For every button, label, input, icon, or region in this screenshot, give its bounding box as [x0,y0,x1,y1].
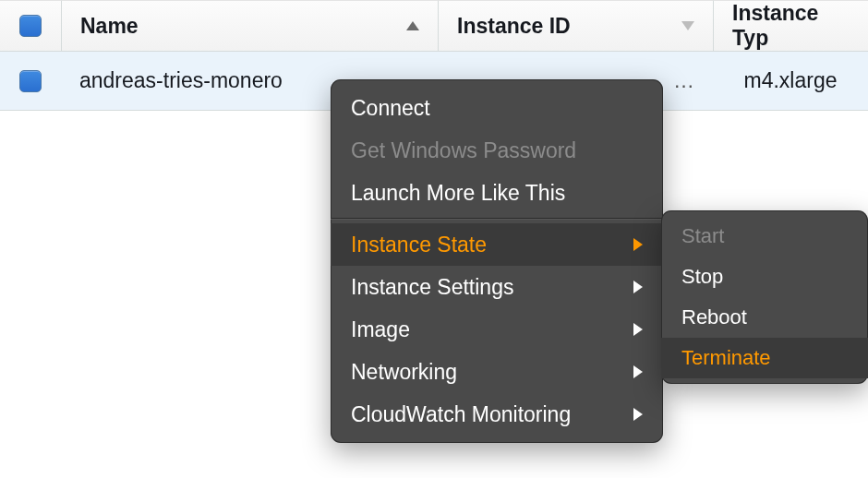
instance-state-submenu: Start Stop Reboot Terminate [661,210,868,384]
menu-item-label: CloudWatch Monitoring [351,402,571,427]
menu-item-image[interactable]: Image [331,308,663,351]
menu-separator [331,218,663,220]
row-checkbox[interactable] [19,70,42,92]
submenu-item-reboot[interactable]: Reboot [661,297,868,338]
menu-item-label: Instance State [351,233,487,257]
submenu-item-terminate[interactable]: Terminate [661,338,868,378]
context-menu: Connect Get Windows Password Launch More… [331,79,663,443]
menu-item-label: Reboot [681,305,747,329]
svg-marker-4 [633,323,643,336]
truncation-ellipsis: … [673,68,694,92]
menu-item-launch-more[interactable]: Launch More Like This [331,172,663,214]
column-header-select[interactable] [0,0,61,52]
column-header-label: Instance ID [457,14,571,39]
svg-marker-5 [633,365,643,378]
select-all-checkbox[interactable] [19,15,42,37]
column-header-name[interactable]: Name [61,0,438,52]
menu-item-label: Image [351,317,410,342]
submenu-arrow-icon [633,323,643,336]
svg-marker-3 [633,281,643,293]
submenu-arrow-icon [633,365,643,378]
menu-item-label: Get Windows Password [351,138,576,163]
sort-asc-icon [406,21,419,30]
svg-marker-0 [406,21,419,30]
menu-item-get-windows-password: Get Windows Password [331,129,663,172]
submenu-arrow-icon [633,408,643,421]
menu-item-instance-settings[interactable]: Instance Settings [331,266,663,308]
menu-item-label: Instance Settings [351,275,513,300]
submenu-arrow-icon [633,238,643,251]
menu-item-label: Stop [681,265,723,289]
cell-instance-type: m4.xlarge [713,52,868,111]
menu-item-label: Terminate [681,346,771,370]
menu-item-label: Start [681,224,724,248]
column-header-label: Name [80,14,139,39]
svg-marker-6 [633,408,643,421]
column-header-instance-type[interactable]: Instance Typ [713,0,868,52]
column-header-label: Instance Typ [732,1,850,51]
submenu-item-stop[interactable]: Stop [661,257,868,297]
menu-item-networking[interactable]: Networking [331,351,663,393]
submenu-arrow-icon [633,281,643,293]
menu-item-label: Networking [351,360,457,385]
svg-marker-2 [633,238,643,251]
menu-item-label: Launch More Like This [351,181,565,206]
menu-item-cloudwatch[interactable]: CloudWatch Monitoring [331,393,663,436]
menu-item-connect[interactable]: Connect [331,87,663,129]
svg-marker-1 [681,21,694,30]
sort-none-icon [681,21,694,30]
column-header-instance-id[interactable]: Instance ID [438,0,713,52]
menu-item-label: Connect [351,96,430,121]
submenu-item-start: Start [661,216,868,257]
menu-item-instance-state[interactable]: Instance State [331,223,663,266]
